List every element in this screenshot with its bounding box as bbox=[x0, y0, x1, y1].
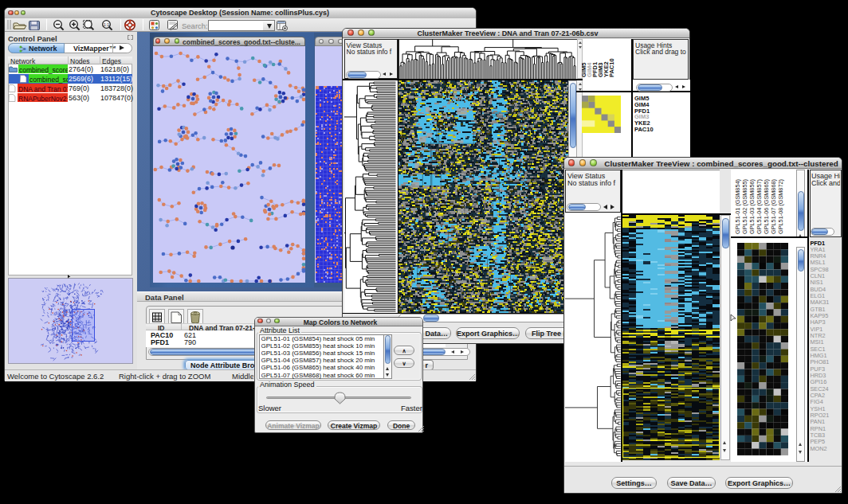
svg-text:GPL51-04 (GSM857): GPL51-04 (GSM857) bbox=[756, 179, 763, 234]
svg-text:GPL51-06 (GSM865): GPL51-06 (GSM865) bbox=[763, 179, 770, 234]
svg-text:1:1: 1:1 bbox=[104, 21, 109, 26]
svg-text:GPL51-01 (GSM854): GPL51-01 (GSM854) bbox=[734, 179, 741, 234]
svg-text:GPL51-02 (GSM855): GPL51-02 (GSM855) bbox=[741, 179, 748, 234]
svg-text:GPL51-03 (GSM856): GPL51-03 (GSM856) bbox=[748, 179, 756, 234]
svg-text:GPL51-08 (GSM872): GPL51-08 (GSM872) bbox=[777, 179, 784, 234]
svg-text:PAC10: PAC10 bbox=[608, 58, 615, 77]
svg-text:GPL51-07 (GSM868): GPL51-07 (GSM868) bbox=[770, 179, 777, 234]
